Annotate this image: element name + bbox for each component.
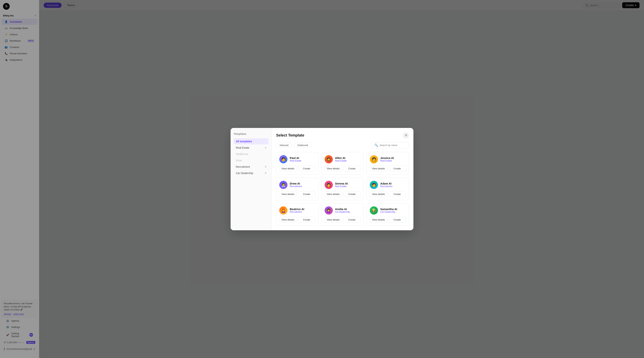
template-card-header: 👩 Serena AI Real Estate bbox=[324, 181, 360, 189]
beatrice-ai-name: Beatrice AI bbox=[290, 207, 304, 211]
adam-ai-name: Adam AI bbox=[380, 182, 392, 185]
beatrice-ai-actions: View details Create bbox=[279, 217, 315, 223]
modal-nav-solar: Solar bbox=[234, 157, 268, 163]
template-card-header: 🧑 Paul AI Real Estate bbox=[279, 155, 315, 163]
recruitment-count: 3 bbox=[265, 165, 266, 168]
amilia-ai-actions: View details Create bbox=[324, 217, 360, 223]
filter-outbound[interactable]: Outbound bbox=[294, 143, 312, 148]
amilia-ai-category: Car Dealership bbox=[335, 211, 350, 213]
serena-ai-category: Real Estate bbox=[335, 185, 348, 188]
template-card-samantha-ai: 👩‍🌾 Samantha AI Car Dealership View deta… bbox=[366, 203, 409, 226]
beatrice-ai-info: Beatrice AI Recruitment bbox=[290, 207, 304, 213]
jessica-ai-name: Jessica AI bbox=[380, 156, 394, 159]
template-card-beatrice-ai: 👩‍🦰 Beatrice AI Recruitment View details… bbox=[276, 203, 318, 226]
adam-ai-view-details-button[interactable]: View details bbox=[370, 191, 387, 197]
modal-nav-label: Healthcare bbox=[236, 153, 248, 156]
template-search-wrap[interactable]: 🔍 bbox=[372, 142, 409, 148]
samantha-ai-view-details-button[interactable]: View details bbox=[370, 217, 387, 223]
allen-ai-info: Allen AI Real Estate bbox=[335, 156, 347, 162]
select-template-modal: Templates All templates Real Estate 4 He… bbox=[230, 128, 414, 230]
serena-ai-actions: View details Create bbox=[324, 191, 360, 197]
allen-ai-name: Allen AI bbox=[335, 156, 347, 159]
jessica-ai-actions: View details Create bbox=[370, 166, 406, 171]
templates-grid: 🧑 Paul AI Real Estate View details Creat… bbox=[276, 152, 409, 226]
template-card-drew-ai: 🧑‍💼 Drew AI Recruitment View details Cre… bbox=[276, 178, 318, 200]
template-card-header: 👩‍🦰 Beatrice AI Recruitment bbox=[279, 206, 315, 215]
modal-nav-label: Recruitment bbox=[236, 165, 250, 168]
adam-ai-avatar: 🧑 bbox=[370, 181, 378, 189]
allen-ai-create-button[interactable]: Create bbox=[343, 166, 360, 171]
beatrice-ai-category: Recruitment bbox=[290, 211, 304, 213]
allen-ai-actions: View details Create bbox=[324, 166, 360, 171]
template-card-header: 🧑 Adam AI Recruitment bbox=[370, 181, 406, 189]
paul-ai-create-button[interactable]: Create bbox=[298, 166, 315, 171]
beatrice-ai-view-details-button[interactable]: View details bbox=[279, 217, 296, 223]
car-dealership-count: 3 bbox=[265, 172, 266, 174]
modal-sidebar: Templates All templates Real Estate 4 He… bbox=[230, 128, 272, 230]
amilia-ai-create-button[interactable]: Create bbox=[343, 217, 360, 223]
modal-nav-label: Car Dealership bbox=[236, 172, 253, 175]
serena-ai-view-details-button[interactable]: View details bbox=[324, 191, 342, 197]
modal-nav-car-dealership[interactable]: Car Dealership 3 bbox=[234, 170, 268, 176]
template-card-adam-ai: 🧑 Adam AI Recruitment View details Creat… bbox=[366, 178, 409, 200]
drew-ai-create-button[interactable]: Create bbox=[298, 191, 315, 197]
samantha-ai-actions: View details Create bbox=[370, 217, 406, 223]
templates-section-title: Templates bbox=[234, 132, 268, 135]
paul-ai-view-details-button[interactable]: View details bbox=[279, 166, 296, 171]
template-card-serena-ai: 👩 Serena AI Real Estate View details Cre… bbox=[322, 178, 364, 200]
jessica-ai-create-button[interactable]: Create bbox=[388, 166, 406, 171]
search-icon: 🔍 bbox=[374, 143, 378, 147]
amilia-ai-view-details-button[interactable]: View details bbox=[324, 217, 342, 223]
template-card-header: 🧔 Allen AI Real Estate bbox=[324, 155, 360, 163]
modal-nav-all-templates[interactable]: All templates bbox=[234, 138, 268, 144]
modal-nav-healthcare: Healthcare bbox=[234, 151, 268, 157]
jessica-ai-info: Jessica AI Real Estate bbox=[380, 156, 394, 162]
adam-ai-create-button[interactable]: Create bbox=[388, 191, 406, 197]
serena-ai-info: Serena AI Real Estate bbox=[335, 182, 348, 188]
template-card-header: 👩‍🦱 Amilia AI Car Dealership bbox=[324, 206, 360, 215]
modal-close-button[interactable]: ✕ bbox=[403, 132, 409, 138]
allen-ai-view-details-button[interactable]: View details bbox=[324, 166, 342, 171]
jessica-ai-avatar: 🧑 bbox=[370, 155, 378, 163]
modal-header: Select Template ✕ bbox=[276, 132, 409, 138]
adam-ai-info: Adam AI Recruitment bbox=[380, 182, 392, 188]
samantha-ai-name: Samantha AI bbox=[380, 207, 397, 211]
samantha-ai-info: Samantha AI Car Dealership bbox=[380, 207, 397, 213]
drew-ai-view-details-button[interactable]: View details bbox=[279, 191, 296, 197]
template-card-paul-ai: 🧑 Paul AI Real Estate View details Creat… bbox=[276, 152, 318, 175]
paul-ai-info: Paul AI Real Estate bbox=[290, 156, 301, 162]
beatrice-ai-create-button[interactable]: Create bbox=[298, 217, 315, 223]
drew-ai-category: Recruitment bbox=[290, 185, 302, 188]
paul-ai-name: Paul AI bbox=[290, 156, 301, 159]
samantha-ai-create-button[interactable]: Create bbox=[388, 217, 406, 223]
template-card-header: 👩‍🌾 Samantha AI Car Dealership bbox=[370, 206, 406, 215]
filter-row: Inbound Outbound 🔍 bbox=[276, 142, 409, 148]
modal-nav-real-estate[interactable]: Real Estate 4 bbox=[234, 145, 268, 151]
drew-ai-avatar: 🧑‍💼 bbox=[279, 181, 288, 189]
template-card-jessica-ai: 🧑 Jessica AI Real Estate View details Cr… bbox=[366, 152, 409, 175]
adam-ai-category: Recruitment bbox=[380, 185, 392, 188]
paul-ai-category: Real Estate bbox=[290, 159, 301, 162]
amilia-ai-name: Amilia AI bbox=[335, 207, 350, 211]
allen-ai-avatar: 🧔 bbox=[324, 155, 333, 163]
samantha-ai-category: Car Dealership bbox=[380, 211, 397, 213]
real-estate-count: 4 bbox=[265, 146, 266, 149]
paul-ai-actions: View details Create bbox=[279, 166, 315, 171]
filter-inbound[interactable]: Inbound bbox=[276, 143, 292, 148]
template-search-input[interactable] bbox=[380, 144, 406, 147]
modal-nav-label: Solar bbox=[236, 159, 242, 162]
samantha-ai-avatar: 👩‍🌾 bbox=[370, 206, 378, 215]
serena-ai-name: Serena AI bbox=[335, 182, 348, 185]
template-card-allen-ai: 🧔 Allen AI Real Estate View details Crea… bbox=[322, 152, 364, 175]
template-card-header: 🧑‍💼 Drew AI Recruitment bbox=[279, 181, 315, 189]
amilia-ai-info: Amilia AI Car Dealership bbox=[335, 207, 350, 213]
jessica-ai-view-details-button[interactable]: View details bbox=[370, 166, 387, 171]
modal-nav-label: All templates bbox=[236, 140, 252, 143]
modal-nav-recruitment[interactable]: Recruitment 3 bbox=[234, 164, 268, 170]
template-card-amilia-ai: 👩‍🦱 Amilia AI Car Dealership View detail… bbox=[322, 203, 364, 226]
adam-ai-actions: View details Create bbox=[370, 191, 406, 197]
amilia-ai-avatar: 👩‍🦱 bbox=[324, 206, 333, 215]
drew-ai-actions: View details Create bbox=[279, 191, 315, 197]
serena-ai-create-button[interactable]: Create bbox=[343, 191, 360, 197]
serena-ai-avatar: 👩 bbox=[324, 181, 333, 189]
